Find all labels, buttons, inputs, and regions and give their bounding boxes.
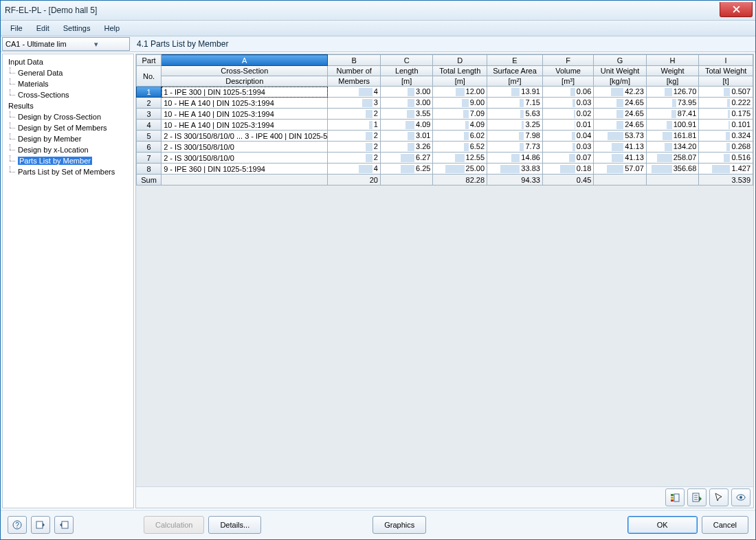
cell[interactable]: 53.73	[594, 131, 647, 142]
cell[interactable]: 0.01	[542, 120, 593, 131]
col-b-letter[interactable]: B	[328, 55, 381, 66]
col-h-top[interactable]: Weight	[646, 66, 699, 76]
row-number[interactable]: 8	[137, 164, 162, 175]
cell[interactable]: 1.427	[699, 164, 753, 175]
tree-design-member[interactable]: Design by Member	[5, 133, 131, 144]
cell-description[interactable]: 9 - IPE 360 | DIN 1025-5:1994	[162, 164, 328, 175]
cell-description[interactable]: 2 - IS 300/150/8/10/0	[162, 142, 328, 153]
row-number[interactable]: 1	[137, 87, 162, 98]
cell[interactable]: 7.15	[487, 98, 543, 109]
table-row[interactable]: 52 - IS 300/150/8/10/0 ... 3 - IPE 400 |…	[137, 131, 753, 142]
cell[interactable]: 3.00	[380, 87, 433, 98]
cell[interactable]: 4	[328, 87, 381, 98]
cell[interactable]: 4.09	[380, 120, 433, 131]
row-number[interactable]: 2	[137, 98, 162, 109]
cell[interactable]: 356.68	[646, 164, 699, 175]
cell[interactable]: 24.65	[594, 120, 647, 131]
row-number[interactable]: 6	[137, 142, 162, 153]
col-e-letter[interactable]: E	[487, 55, 543, 66]
cell[interactable]: 7.98	[487, 131, 543, 142]
col-i-bot[interactable]: [t]	[699, 76, 753, 87]
cell[interactable]: 0.507	[699, 87, 753, 98]
tree-materials[interactable]: Materials	[5, 78, 131, 89]
cell[interactable]: 0.06	[542, 87, 593, 98]
col-f-letter[interactable]: F	[542, 55, 593, 66]
cell[interactable]: 0.03	[542, 142, 593, 153]
cell-description[interactable]: 1 - IPE 300 | DIN 1025-5:1994	[162, 87, 328, 98]
cell[interactable]: 4	[328, 164, 381, 175]
prev-table-button[interactable]	[31, 516, 50, 534]
menu-edit[interactable]: Edit	[30, 23, 56, 34]
tree-parts-member[interactable]: Parts List by Member	[5, 155, 131, 166]
col-e-bot[interactable]: [m²]	[487, 76, 543, 87]
table-row[interactable]: 410 - HE A 140 | DIN 1025-3:199414.094.0…	[137, 120, 753, 131]
cell[interactable]: 7.09	[433, 109, 487, 120]
cell[interactable]: 2	[328, 153, 381, 164]
table-row[interactable]: 310 - HE A 140 | DIN 1025-3:199423.557.0…	[137, 109, 753, 120]
cell[interactable]: 42.23	[594, 87, 647, 98]
col-desc-top[interactable]: Cross-Section	[162, 66, 328, 76]
cell[interactable]: 6.02	[433, 131, 487, 142]
cell[interactable]: 126.70	[646, 87, 699, 98]
cell[interactable]: 9.00	[433, 98, 487, 109]
cell[interactable]: 41.13	[594, 142, 647, 153]
cell[interactable]: 0.04	[542, 131, 593, 142]
cell[interactable]: 0.268	[699, 142, 753, 153]
cell[interactable]: 3.00	[380, 98, 433, 109]
tree-input-data[interactable]: Input Data	[5, 56, 131, 67]
table-row[interactable]: 62 - IS 300/150/8/10/023.266.527.730.034…	[137, 142, 753, 153]
cell[interactable]: 258.07	[646, 153, 699, 164]
tree-cross-sections[interactable]: Cross-Sections	[5, 89, 131, 100]
ok-button[interactable]: OK	[627, 516, 698, 534]
cell[interactable]: 41.13	[594, 153, 647, 164]
col-f-top[interactable]: Volume	[542, 66, 593, 76]
row-number[interactable]: 7	[137, 153, 162, 164]
cell-description[interactable]: 10 - HE A 140 | DIN 1025-3:1994	[162, 98, 328, 109]
calculation-button[interactable]: Calculation	[144, 516, 204, 534]
tree-design-set[interactable]: Design by Set of Members	[5, 122, 131, 133]
cell-description[interactable]: 10 - HE A 140 | DIN 1025-3:1994	[162, 109, 328, 120]
cell[interactable]: 0.07	[542, 153, 593, 164]
cell[interactable]: 0.222	[699, 98, 753, 109]
row-number[interactable]: 4	[137, 120, 162, 131]
cell[interactable]: 0.101	[699, 120, 753, 131]
cell[interactable]: 100.91	[646, 120, 699, 131]
cell-description[interactable]: 2 - IS 300/150/8/10/0	[162, 153, 328, 164]
cell[interactable]: 0.02	[542, 109, 593, 120]
cell[interactable]: 134.20	[646, 142, 699, 153]
table-row[interactable]: 72 - IS 300/150/8/10/026.2712.5514.860.0…	[137, 153, 753, 164]
col-c-bot[interactable]: [m]	[380, 76, 433, 87]
tree-design-x[interactable]: Design by x-Location	[5, 144, 131, 155]
cell[interactable]: 3.01	[380, 131, 433, 142]
view-mode-button[interactable]	[731, 488, 751, 506]
grid-wrap[interactable]: Part A B C D E F G H I	[136, 54, 753, 486]
col-g-letter[interactable]: G	[594, 55, 647, 66]
cell[interactable]: 3.25	[487, 120, 543, 131]
col-f-bot[interactable]: [m³]	[542, 76, 593, 87]
cell[interactable]: 1	[328, 120, 381, 131]
table-row[interactable]: 210 - HE A 140 | DIN 1025-3:199433.009.0…	[137, 98, 753, 109]
help-button[interactable]: ?	[8, 516, 27, 534]
menu-settings[interactable]: Settings	[56, 23, 98, 34]
col-d-top[interactable]: Total Length	[433, 66, 487, 76]
col-i-top[interactable]: Total Weight	[699, 66, 753, 76]
cell[interactable]: 12.00	[433, 87, 487, 98]
col-h-bot[interactable]: [kg]	[646, 76, 699, 87]
tree-results[interactable]: Results	[5, 100, 131, 111]
col-b-bot[interactable]: Members	[328, 76, 381, 87]
cell[interactable]: 24.65	[594, 109, 647, 120]
cell[interactable]: 6.52	[433, 142, 487, 153]
cell[interactable]: 161.81	[646, 131, 699, 142]
cancel-button[interactable]: Cancel	[702, 516, 748, 534]
cell[interactable]: 3.26	[380, 142, 433, 153]
next-table-button[interactable]	[54, 516, 74, 534]
col-h-letter[interactable]: H	[646, 55, 699, 66]
cell[interactable]: 0.18	[542, 164, 593, 175]
results-colors-button[interactable]	[665, 488, 685, 506]
select-member-button[interactable]	[709, 488, 729, 506]
tree-parts-set[interactable]: Parts List by Set of Members	[5, 166, 131, 177]
cell[interactable]: 7.73	[487, 142, 543, 153]
tree-general-data[interactable]: General Data	[5, 67, 131, 78]
col-i-letter[interactable]: I	[699, 55, 753, 66]
col-a-letter[interactable]: A	[162, 55, 328, 66]
